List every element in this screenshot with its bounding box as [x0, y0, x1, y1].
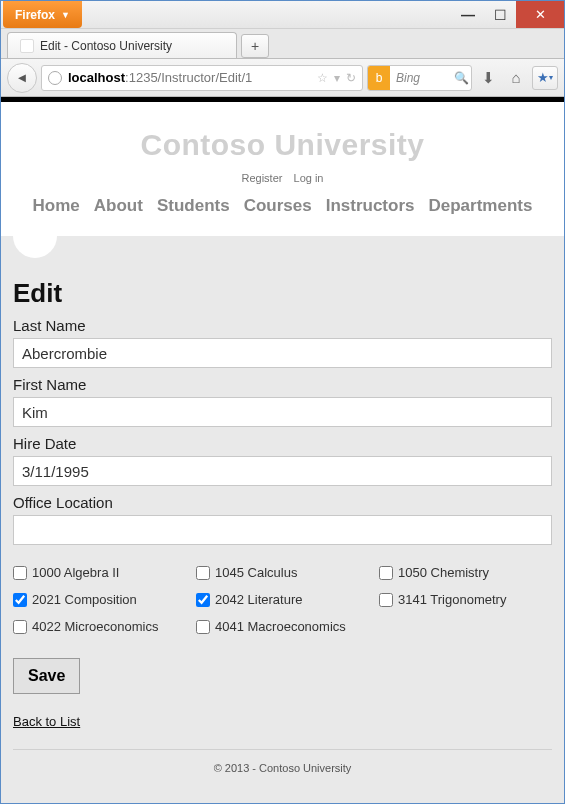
course-label: 1050 Chemistry	[398, 565, 489, 580]
globe-icon	[48, 71, 62, 85]
nav-instructors[interactable]: Instructors	[326, 196, 415, 216]
course-checkbox-input[interactable]	[379, 593, 393, 607]
nav-students[interactable]: Students	[157, 196, 230, 216]
course-checkbox[interactable]: 2021 Composition	[13, 592, 186, 607]
lastname-input[interactable]	[13, 338, 552, 368]
feed-icon: ☆	[317, 71, 328, 85]
page-favicon	[20, 39, 34, 53]
course-label: 1000 Algebra II	[32, 565, 119, 580]
new-tab-button[interactable]: +	[241, 34, 269, 58]
register-link[interactable]: Register	[241, 172, 282, 184]
avatar-placeholder	[13, 214, 57, 258]
reload-icon[interactable]: ↻	[346, 71, 356, 85]
home-button[interactable]: ⌂	[504, 69, 528, 86]
course-checkbox[interactable]: 1045 Calculus	[196, 565, 369, 580]
course-checkbox-input[interactable]	[196, 566, 210, 580]
url-text: localhost:1235/Instructor/Edit/1	[68, 70, 311, 85]
auth-links: Register Log in	[11, 172, 554, 184]
tab-strip: Edit - Contoso University +	[1, 29, 564, 59]
course-checkbox[interactable]: 4022 Microeconomics	[13, 619, 186, 634]
maximize-button[interactable]: ☐	[484, 1, 516, 28]
firefox-menu-button[interactable]: Firefox ▼	[3, 1, 82, 28]
page-viewport: Contoso University Register Log in Home …	[1, 97, 564, 803]
save-button[interactable]: Save	[13, 658, 80, 694]
search-go-icon[interactable]: 🔍	[451, 71, 471, 85]
nav-courses[interactable]: Courses	[244, 196, 312, 216]
bing-icon: b	[368, 66, 390, 90]
site-footer: © 2013 - Contoso University	[13, 749, 552, 786]
course-checkbox-input[interactable]	[13, 620, 27, 634]
window-controls: — ☐ ✕	[452, 1, 564, 28]
course-checkbox[interactable]: 3141 Trigonometry	[379, 592, 552, 607]
chevron-down-icon: ▼	[61, 10, 70, 20]
navigation-toolbar: ◄ localhost:1235/Instructor/Edit/1 ☆ ▾ ↻…	[1, 59, 564, 97]
lastname-label: Last Name	[13, 317, 552, 334]
nav-home[interactable]: Home	[33, 196, 80, 216]
downloads-button[interactable]: ⬇	[476, 69, 500, 87]
login-link[interactable]: Log in	[294, 172, 324, 184]
courses-grid: 1000 Algebra II1045 Calculus1050 Chemist…	[13, 565, 552, 634]
main-content: Edit Last Name First Name Hire Date Offi…	[1, 236, 564, 803]
hiredate-label: Hire Date	[13, 435, 552, 452]
back-button[interactable]: ◄	[7, 63, 37, 93]
nav-departments[interactable]: Departments	[428, 196, 532, 216]
dropdown-icon: ▾	[334, 71, 340, 85]
search-box[interactable]: b Bing 🔍	[367, 65, 472, 91]
office-input[interactable]	[13, 515, 552, 545]
course-label: 4022 Microeconomics	[32, 619, 158, 634]
site-brand: Contoso University	[11, 128, 554, 162]
course-checkbox-input[interactable]	[196, 593, 210, 607]
firstname-input[interactable]	[13, 397, 552, 427]
firefox-label: Firefox	[15, 8, 55, 22]
course-checkbox-input[interactable]	[13, 566, 27, 580]
site-header: Contoso University Register Log in Home …	[1, 102, 564, 236]
course-checkbox-input[interactable]	[196, 620, 210, 634]
course-checkbox[interactable]: 1000 Algebra II	[13, 565, 186, 580]
minimize-button[interactable]: —	[452, 1, 484, 28]
bookmarks-button[interactable]: ★▾	[532, 66, 558, 90]
course-label: 2042 Literature	[215, 592, 302, 607]
main-nav: Home About Students Courses Instructors …	[11, 196, 554, 230]
course-checkbox-input[interactable]	[13, 593, 27, 607]
course-label: 2021 Composition	[32, 592, 137, 607]
course-checkbox-input[interactable]	[379, 566, 393, 580]
nav-about[interactable]: About	[94, 196, 143, 216]
address-bar[interactable]: localhost:1235/Instructor/Edit/1 ☆ ▾ ↻	[41, 65, 363, 91]
close-button[interactable]: ✕	[516, 1, 564, 28]
course-label: 1045 Calculus	[215, 565, 297, 580]
page-heading: Edit	[13, 278, 552, 309]
office-label: Office Location	[13, 494, 552, 511]
course-label: 3141 Trigonometry	[398, 592, 506, 607]
course-checkbox[interactable]: 2042 Literature	[196, 592, 369, 607]
back-to-list-link[interactable]: Back to List	[13, 714, 80, 729]
course-label: 4041 Macroeconomics	[215, 619, 346, 634]
course-checkbox[interactable]: 1050 Chemistry	[379, 565, 552, 580]
browser-tab[interactable]: Edit - Contoso University	[7, 32, 237, 58]
course-checkbox[interactable]: 4041 Macroeconomics	[196, 619, 369, 634]
firstname-label: First Name	[13, 376, 552, 393]
search-placeholder: Bing	[390, 71, 451, 85]
window-titlebar: Firefox ▼ — ☐ ✕	[1, 1, 564, 29]
hiredate-input[interactable]	[13, 456, 552, 486]
tab-title: Edit - Contoso University	[40, 39, 172, 53]
